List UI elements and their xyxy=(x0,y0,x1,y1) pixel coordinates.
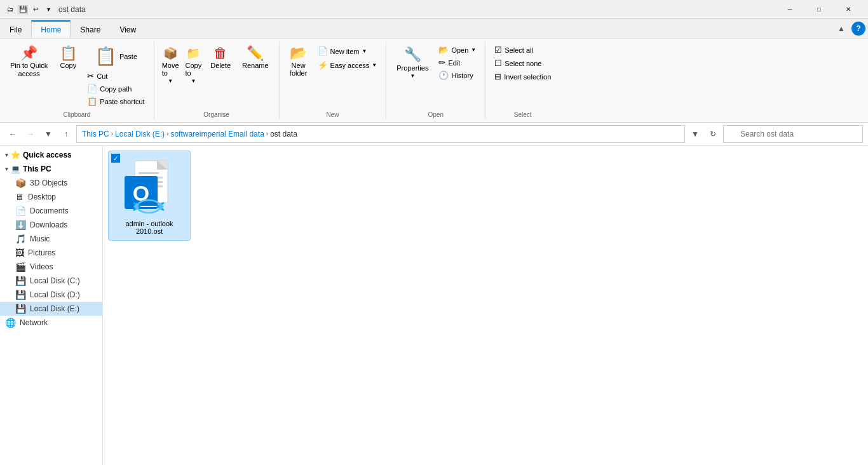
ribbon-collapse-button[interactable]: ▲ xyxy=(834,21,849,36)
copy-path-icon: 📄 xyxy=(87,84,97,93)
open-arrow: ▼ xyxy=(471,47,476,53)
invert-selection-button[interactable]: ⊟ Invert selection xyxy=(491,71,555,83)
cut-label: Cut xyxy=(97,72,107,80)
local-disk-c-icon: 💾 xyxy=(15,276,26,286)
new-folder-label: Newfolder xyxy=(290,62,308,77)
copy-button[interactable]: 📋 Copy xyxy=(54,44,82,72)
save-icon[interactable]: 💾 xyxy=(18,5,28,14)
back-button[interactable]: ← xyxy=(5,126,20,142)
cut-button[interactable]: ✂ Cut xyxy=(83,70,148,82)
organise-group-label: Organise xyxy=(203,110,229,119)
open-button[interactable]: 📂 Open ▼ xyxy=(435,44,480,56)
paste-shortcut-button[interactable]: 📋 Paste shortcut xyxy=(83,95,148,107)
sidebar-item-network[interactable]: 🌐 Network xyxy=(0,316,102,330)
rename-button[interactable]: ✏️ Rename xyxy=(237,44,274,72)
file-item-ost[interactable]: ✓ xyxy=(108,151,191,241)
sidebar-item-local-disk-e[interactable]: 💾 Local Disk (E:) xyxy=(0,302,102,316)
sidebar-item-documents[interactable]: 📄 Documents xyxy=(0,204,102,218)
sidebar-item-downloads[interactable]: ⬇️ Downloads xyxy=(0,218,102,232)
tab-home[interactable]: Home xyxy=(31,20,71,38)
window-icon: 🗂 xyxy=(5,5,15,14)
sidebar-item-pictures[interactable]: 🖼 Pictures xyxy=(0,246,102,260)
forward-button[interactable]: → xyxy=(23,126,38,142)
easy-access-arrow: ▼ xyxy=(372,62,377,68)
3d-objects-icon: 📦 xyxy=(15,178,26,188)
copy-to-arrow: ▼ xyxy=(191,78,196,84)
sidebar-item-local-disk-c[interactable]: 💾 Local Disk (C:) xyxy=(0,274,102,288)
ost-file-icon: O xyxy=(121,158,178,215)
title-bar: 🗂 💾 ↩ ▾ ost data ─ □ ✕ xyxy=(0,0,868,19)
breadcrumb[interactable]: This PC › Local Disk (E:) › softwareimpe… xyxy=(76,125,685,143)
this-pc-label: This PC xyxy=(23,165,51,173)
delete-label: Delete xyxy=(210,62,231,69)
local-disk-d-label: Local Disk (D:) xyxy=(30,290,80,299)
paste-button[interactable]: 📋 Paste xyxy=(83,44,148,69)
videos-label: Videos xyxy=(30,262,53,271)
breadcrumb-local-disk-e[interactable]: Local Disk (E:) xyxy=(115,130,165,138)
quick-access-icon: ⭐ xyxy=(11,151,20,159)
this-pc-header[interactable]: ▾ 💻 This PC xyxy=(0,162,102,176)
select-none-button[interactable]: ☐ Select none xyxy=(491,57,545,69)
ribbon-group-open: 🔧 Properties ▼ 📂 Open ▼ ✏ Edit 🕐 xyxy=(386,41,485,119)
recent-locations-button[interactable]: ▼ xyxy=(41,126,56,142)
clipboard-group-label: Clipboard xyxy=(63,110,90,119)
select-items: ☑ Select all ☐ Select none ⊟ Invert sele… xyxy=(491,41,555,110)
easy-access-button[interactable]: ⚡ Easy access ▼ xyxy=(314,59,381,71)
ribbon-group-clipboard: 📌 Pin to Quickaccess 📋 Copy 📋 Paste ✂ xyxy=(0,41,154,119)
select-all-button[interactable]: ☑ Select all xyxy=(491,44,537,56)
copy-to-button[interactable]: 📁 Copyto ▼ xyxy=(183,44,205,86)
up-button[interactable]: ↑ xyxy=(58,126,74,142)
address-dropdown-button[interactable]: ▼ xyxy=(688,126,703,142)
delete-button[interactable]: 🗑 Delete xyxy=(205,44,236,72)
breadcrumb-email-data[interactable]: softwareimperial Email data xyxy=(170,130,264,138)
ribbon-content: 📌 Pin to Quickaccess 📋 Copy 📋 Paste ✂ xyxy=(0,38,868,122)
invert-selection-label: Invert selection xyxy=(504,73,551,81)
copy-path-button[interactable]: 📄 Copy path xyxy=(83,83,148,95)
edit-label: Edit xyxy=(448,59,460,67)
sidebar-item-music[interactable]: 🎵 Music xyxy=(0,232,102,246)
quick-access-header[interactable]: ▾ ⭐ Quick access xyxy=(0,148,102,162)
properties-button[interactable]: 🔧 Properties ▼ xyxy=(391,44,433,81)
cut-icon: ✂ xyxy=(87,71,94,81)
help-button[interactable]: ? xyxy=(851,22,865,36)
copy-to-icon: 📁 xyxy=(186,46,200,60)
videos-icon: 🎬 xyxy=(15,262,26,272)
tab-share[interactable]: Share xyxy=(71,22,110,38)
search-input[interactable] xyxy=(723,125,863,143)
copy-icon: 📋 xyxy=(60,46,77,60)
sidebar-item-3d-objects[interactable]: 📦 3D Objects xyxy=(0,176,102,190)
close-button[interactable]: ✕ xyxy=(834,0,863,19)
tab-file[interactable]: File xyxy=(0,22,31,38)
history-button[interactable]: 🕐 History xyxy=(435,69,480,81)
new-item-column: 📄 New item ▼ ⚡ Easy access ▼ xyxy=(314,44,381,71)
minimize-button[interactable]: ─ xyxy=(775,0,804,19)
title-bar-icons: 🗂 💾 ↩ ▾ xyxy=(5,5,53,14)
new-item-arrow: ▼ xyxy=(362,48,367,54)
maximize-button[interactable]: □ xyxy=(804,0,834,19)
sidebar-item-videos[interactable]: 🎬 Videos xyxy=(0,260,102,274)
history-icon: 🕐 xyxy=(438,71,449,80)
edit-button[interactable]: ✏ Edit xyxy=(435,57,480,69)
pin-to-quick-access-button[interactable]: 📌 Pin to Quickaccess xyxy=(5,44,53,81)
refresh-button[interactable]: ↻ xyxy=(705,126,721,142)
select-group-label: Select xyxy=(514,110,532,119)
tab-view[interactable]: View xyxy=(110,22,146,38)
copy-label: Copy xyxy=(60,62,76,70)
content-area[interactable]: ✓ xyxy=(103,145,868,465)
select-none-label: Select none xyxy=(505,60,541,67)
breadcrumb-this-pc[interactable]: This PC xyxy=(82,130,109,138)
move-to-button[interactable]: 📦 Moveto ▼ xyxy=(159,44,182,86)
file-checkbox[interactable]: ✓ xyxy=(111,154,120,163)
expand-icon[interactable]: ▾ xyxy=(43,5,53,14)
undo-icon[interactable]: ↩ xyxy=(31,5,41,14)
new-folder-button[interactable]: 📂 Newfolder xyxy=(285,44,313,79)
invert-selection-icon: ⊟ xyxy=(494,72,501,81)
open-col: 📂 Open ▼ ✏ Edit 🕐 History xyxy=(435,44,480,81)
pin-label: Pin to Quickaccess xyxy=(10,62,48,78)
sidebar-item-desktop[interactable]: 🖥 Desktop xyxy=(0,190,102,204)
search-wrapper: 🔍 xyxy=(723,125,863,143)
properties-label: Properties xyxy=(397,64,428,72)
paste-label: Paste xyxy=(119,53,137,60)
new-item-button[interactable]: 📄 New item ▼ xyxy=(314,44,381,58)
sidebar-item-local-disk-d[interactable]: 💾 Local Disk (D:) xyxy=(0,288,102,302)
